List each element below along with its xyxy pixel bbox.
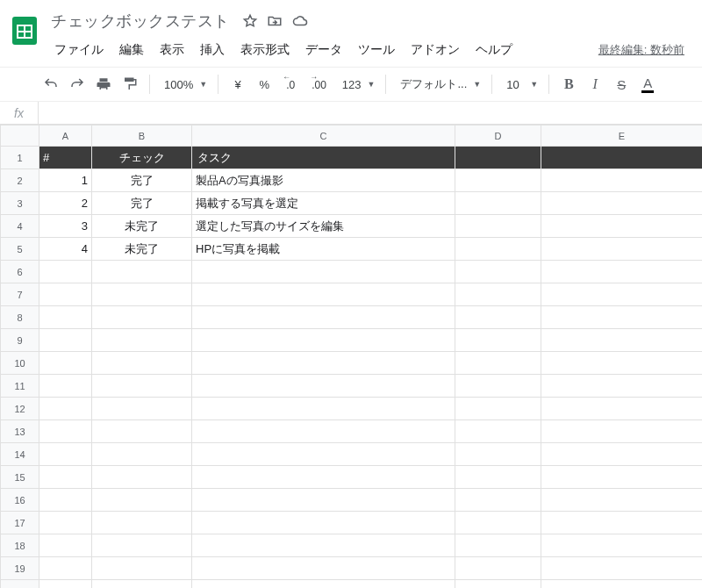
cell[interactable] xyxy=(541,580,703,589)
cell[interactable] xyxy=(455,420,541,443)
select-all-corner[interactable] xyxy=(1,125,39,147)
cell[interactable] xyxy=(39,398,92,420)
row-header[interactable]: 8 xyxy=(1,306,39,329)
row-header[interactable]: 1 xyxy=(1,147,39,169)
cell[interactable] xyxy=(541,283,703,306)
menu-view[interactable]: 表示 xyxy=(153,39,191,61)
cell[interactable] xyxy=(39,352,92,375)
decrease-decimal-button[interactable]: .0 ← xyxy=(278,72,303,97)
cell[interactable] xyxy=(192,329,455,352)
cell[interactable] xyxy=(92,512,192,534)
row-header[interactable]: 5 xyxy=(1,238,39,261)
cell[interactable] xyxy=(92,443,192,466)
cell[interactable] xyxy=(92,352,192,375)
cell[interactable]: 未完了 xyxy=(92,215,192,238)
cell[interactable] xyxy=(39,329,92,352)
cell[interactable] xyxy=(455,215,541,238)
cell[interactable] xyxy=(541,512,703,534)
cell[interactable] xyxy=(541,329,703,352)
cell[interactable] xyxy=(455,329,541,352)
paint-format-button[interactable] xyxy=(118,72,142,97)
star-icon[interactable] xyxy=(242,13,258,29)
row-header[interactable]: 13 xyxy=(1,420,39,443)
cell[interactable] xyxy=(92,466,192,489)
col-header[interactable]: A xyxy=(39,125,92,147)
cell[interactable] xyxy=(455,443,541,466)
menu-addons[interactable]: アドオン xyxy=(404,39,467,61)
row-header[interactable]: 18 xyxy=(1,534,39,557)
cell[interactable] xyxy=(455,375,541,398)
cell[interactable] xyxy=(541,169,703,192)
cell[interactable] xyxy=(192,557,455,580)
row-header[interactable]: 12 xyxy=(1,398,39,420)
cell[interactable] xyxy=(92,329,192,352)
cell[interactable] xyxy=(39,443,92,466)
cell[interactable] xyxy=(39,534,92,557)
row-header[interactable]: 2 xyxy=(1,169,39,192)
cell[interactable] xyxy=(455,147,541,169)
cell[interactable] xyxy=(192,398,455,420)
cell[interactable] xyxy=(541,192,703,215)
cell[interactable] xyxy=(39,557,92,580)
cell[interactable] xyxy=(455,466,541,489)
cell[interactable] xyxy=(39,283,92,306)
row-header[interactable]: 11 xyxy=(1,375,39,398)
cell[interactable] xyxy=(92,489,192,512)
text-color-button[interactable]: A xyxy=(635,72,660,97)
cell[interactable] xyxy=(92,534,192,557)
cell[interactable]: 製品Aの写真撮影 xyxy=(192,169,455,192)
grid[interactable]: A B C D E 1 # チェック タスク 2 1 完了 製品Aの写真撮影 xyxy=(0,125,702,588)
bold-button[interactable]: B xyxy=(556,72,581,97)
menu-data[interactable]: データ xyxy=(298,39,349,61)
font-select[interactable]: デフォルト... ▼ xyxy=(393,72,484,97)
row-header[interactable]: 16 xyxy=(1,489,39,512)
cell[interactable] xyxy=(541,420,703,443)
cell[interactable] xyxy=(192,352,455,375)
cell[interactable] xyxy=(455,283,541,306)
cell[interactable] xyxy=(192,375,455,398)
cell[interactable] xyxy=(455,192,541,215)
cell[interactable] xyxy=(39,261,92,283)
increase-decimal-button[interactable]: .00 → xyxy=(304,72,333,97)
redo-button[interactable] xyxy=(65,72,90,97)
cell[interactable] xyxy=(541,466,703,489)
menu-tools[interactable]: ツール xyxy=(351,39,402,61)
menu-format[interactable]: 表示形式 xyxy=(233,39,297,61)
cell[interactable] xyxy=(455,238,541,261)
row-header[interactable]: 19 xyxy=(1,557,39,580)
row-header[interactable]: 14 xyxy=(1,443,39,466)
italic-button[interactable]: I xyxy=(583,72,607,97)
cell[interactable] xyxy=(192,489,455,512)
cell[interactable] xyxy=(541,352,703,375)
cell[interactable] xyxy=(92,420,192,443)
move-icon[interactable] xyxy=(267,13,283,29)
cell[interactable] xyxy=(92,580,192,589)
cell[interactable] xyxy=(92,557,192,580)
cell[interactable]: 4 xyxy=(39,238,92,261)
menu-insert[interactable]: 挿入 xyxy=(193,39,232,61)
cell[interactable]: # xyxy=(39,147,92,169)
last-edit-link[interactable]: 最終編集: 数秒前 xyxy=(598,42,684,58)
cell[interactable] xyxy=(541,489,703,512)
cell[interactable] xyxy=(541,443,703,466)
cell[interactable]: チェック xyxy=(92,147,192,169)
cell[interactable] xyxy=(192,306,455,329)
cell[interactable]: タスク xyxy=(192,147,455,169)
cell[interactable] xyxy=(541,306,703,329)
menu-file[interactable]: ファイル xyxy=(47,39,111,61)
cell[interactable] xyxy=(541,147,703,169)
cell[interactable] xyxy=(192,261,455,283)
cell[interactable] xyxy=(92,261,192,283)
col-header[interactable]: B xyxy=(92,125,192,147)
cell[interactable] xyxy=(541,238,703,261)
cell[interactable] xyxy=(455,580,541,589)
col-header[interactable]: D xyxy=(455,125,541,147)
cell[interactable]: 完了 xyxy=(92,169,192,192)
cell[interactable] xyxy=(39,580,92,589)
cell[interactable]: 完了 xyxy=(92,192,192,215)
col-header[interactable]: C xyxy=(192,125,455,147)
cell[interactable] xyxy=(541,557,703,580)
font-size-select[interactable]: 10 ▼ xyxy=(499,72,541,97)
doc-title[interactable]: チェックボックステスト xyxy=(47,9,233,33)
format-currency-button[interactable]: ¥ xyxy=(226,72,250,97)
